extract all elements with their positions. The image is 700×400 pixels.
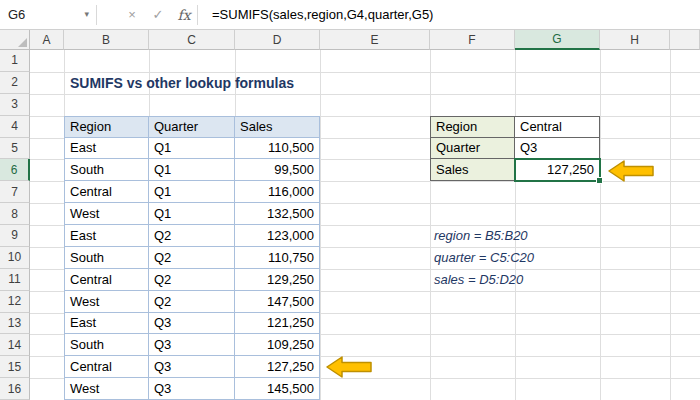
column-header-F[interactable]: F — [430, 30, 515, 50]
column-header-B[interactable]: B — [64, 30, 149, 50]
range-annotation: sales = D5:D20 — [434, 272, 523, 287]
cell-C10[interactable]: Q2 — [149, 247, 235, 269]
cell-C8[interactable]: Q1 — [149, 203, 235, 225]
select-all-icon — [18, 38, 27, 47]
cell-B15[interactable]: Central — [64, 356, 149, 378]
name-box[interactable]: G6 ▾ — [0, 0, 96, 29]
cell-B12[interactable]: West — [64, 291, 149, 313]
column-header-H[interactable]: H — [600, 30, 670, 50]
cell-D13[interactable]: 121,250 — [235, 313, 320, 335]
cell-D5[interactable]: 110,500 — [235, 138, 320, 160]
range-annotation: quarter = C5:C20 — [434, 250, 534, 265]
cell-D10[interactable]: 110,750 — [235, 247, 320, 269]
cell-D4[interactable]: Sales — [235, 116, 320, 138]
row-header-9[interactable]: 9 — [0, 225, 30, 247]
cell-C11[interactable]: Q2 — [149, 269, 235, 291]
row-header-8[interactable]: 8 — [0, 203, 30, 225]
cell-C7[interactable]: Q1 — [149, 181, 235, 203]
row-header-3[interactable]: 3 — [0, 94, 30, 116]
cell-C4[interactable]: Quarter — [149, 116, 235, 138]
row-header-12[interactable]: 12 — [0, 291, 30, 313]
cell-B11[interactable]: Central — [64, 269, 149, 291]
cell-B8[interactable]: West — [64, 203, 149, 225]
cell-C6[interactable]: Q1 — [149, 159, 235, 181]
cell-F5[interactable]: Quarter — [430, 138, 515, 160]
cell-D11[interactable]: 129,250 — [235, 269, 320, 291]
cell-B13[interactable]: East — [64, 313, 149, 335]
row-header-2[interactable]: 2 — [0, 72, 30, 94]
column-header-E[interactable]: E — [320, 30, 430, 50]
cell-D6[interactable]: 99,500 — [235, 159, 320, 181]
cell-C13[interactable]: Q3 — [149, 313, 235, 335]
row-header-13[interactable]: 13 — [0, 313, 30, 335]
row-header-14[interactable]: 14 — [0, 334, 30, 356]
cell-D7[interactable]: 116,000 — [235, 181, 320, 203]
cell-B5[interactable]: East — [64, 138, 149, 160]
cell-F4[interactable]: Region — [430, 116, 515, 138]
cell-D8[interactable]: 132,500 — [235, 203, 320, 225]
cell-B4[interactable]: Region — [64, 116, 149, 138]
cell-D12[interactable]: 147,500 — [235, 291, 320, 313]
cell-C14[interactable]: Q3 — [149, 334, 235, 356]
cell-B6[interactable]: South — [64, 159, 149, 181]
cell-B7[interactable]: Central — [64, 181, 149, 203]
row-header-5[interactable]: 5 — [0, 138, 30, 160]
row-header-10[interactable]: 10 — [0, 247, 30, 269]
enter-button[interactable]: ✓ — [145, 7, 171, 22]
cancel-button[interactable]: × — [119, 7, 145, 22]
fill-handle[interactable] — [596, 177, 603, 184]
gridline — [30, 94, 700, 95]
name-box-dropdown-icon[interactable]: ▾ — [84, 9, 89, 19]
cell-D9[interactable]: 123,000 — [235, 225, 320, 247]
selection-border — [514, 158, 601, 182]
cell-B16[interactable]: West — [64, 378, 149, 400]
column-header-C[interactable]: C — [149, 30, 235, 50]
cell-C9[interactable]: Q2 — [149, 225, 235, 247]
column-header-spacer — [670, 30, 700, 50]
arrow-left-icon — [326, 355, 372, 379]
formula-input[interactable]: =SUMIFS(sales,region,G4,quarter,G5) — [212, 7, 433, 22]
column-header-D[interactable]: D — [235, 30, 320, 50]
cell-B9[interactable]: East — [64, 225, 149, 247]
row-header-11[interactable]: 11 — [0, 269, 30, 291]
cell-B10[interactable]: South — [64, 247, 149, 269]
sheet-title-cell: SUMIFS vs other lookup formulas — [70, 75, 294, 91]
cell-C5[interactable]: Q1 — [149, 138, 235, 160]
name-box-value: G6 — [8, 7, 25, 22]
formula-bar-divider — [197, 5, 198, 25]
column-header-G[interactable]: G — [515, 30, 600, 50]
spreadsheet-app: G6 ▾ × ✓ fx =SUMIFS(sales,region,G4,quar… — [0, 0, 700, 400]
row-header-7[interactable]: 7 — [0, 181, 30, 203]
cell-C16[interactable]: Q3 — [149, 378, 235, 400]
formula-bar-divider — [96, 5, 97, 25]
cell-G5[interactable]: Q3 — [515, 138, 600, 160]
range-annotation: region = B5:B20 — [434, 228, 528, 243]
cell-D16[interactable]: 145,500 — [235, 378, 320, 400]
row-header-1[interactable]: 1 — [0, 50, 30, 72]
cell-D15[interactable]: 127,250 — [235, 356, 320, 378]
cell-B14[interactable]: South — [64, 334, 149, 356]
gridline — [30, 72, 700, 73]
cell-F6[interactable]: Sales — [430, 159, 515, 181]
cell-D14[interactable]: 109,250 — [235, 334, 320, 356]
row-header-16[interactable]: 16 — [0, 378, 30, 400]
row-header-15[interactable]: 15 — [0, 356, 30, 378]
row-header-6[interactable]: 6 — [0, 159, 30, 181]
formula-bar: G6 ▾ × ✓ fx =SUMIFS(sales,region,G4,quar… — [0, 0, 700, 30]
insert-function-button[interactable]: fx — [171, 7, 197, 23]
row-header-4[interactable]: 4 — [0, 116, 30, 138]
cell-C15[interactable]: Q3 — [149, 356, 235, 378]
cell-C12[interactable]: Q2 — [149, 291, 235, 313]
cell-G4[interactable]: Central — [515, 116, 600, 138]
arrow-left-icon — [608, 159, 654, 183]
select-all-corner[interactable] — [0, 30, 30, 50]
column-header-A[interactable]: A — [30, 30, 64, 50]
